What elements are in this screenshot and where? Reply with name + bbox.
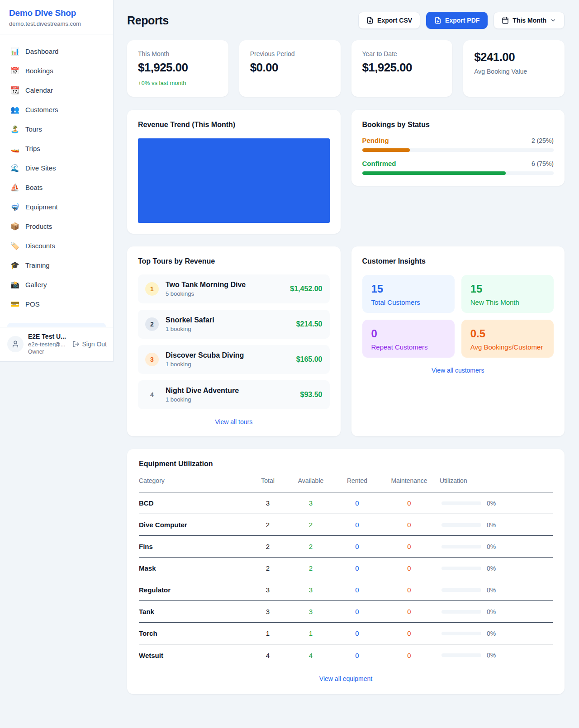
- sidebar-item-trips[interactable]: 🚤 Trips: [5, 139, 108, 158]
- status-row-confirmed: Confirmed 6 (75%): [362, 160, 554, 175]
- sidebar-item-training[interactable]: 🎓 Training: [5, 255, 108, 275]
- rank-badge: 4: [145, 388, 159, 402]
- utilization-percent: 0%: [487, 500, 496, 507]
- equipment-rented: 0: [336, 586, 379, 594]
- equipment-available: 1: [286, 629, 336, 637]
- graduation-cap-icon: 🎓: [10, 261, 19, 269]
- user-info: E2E Test U... e2e-tester@... Owner: [28, 333, 68, 355]
- utilization-percent: 0%: [487, 586, 496, 594]
- file-download-icon: [434, 17, 441, 24]
- sidebar-item-label: Dive Sites: [25, 164, 56, 172]
- user-icon: [11, 340, 19, 348]
- table-row: Tank 3 3 0 0 0%: [139, 601, 553, 623]
- sign-out-button[interactable]: Sign Out: [72, 340, 107, 348]
- equipment-maintenance: 0: [379, 564, 440, 572]
- status-bar-track: [362, 171, 554, 175]
- sidebar-item-gallery[interactable]: 📸 Gallery: [5, 275, 108, 294]
- sidebar-item-pos[interactable]: 💳 POS: [5, 294, 108, 314]
- tour-revenue: $214.50: [296, 320, 323, 328]
- utilization-bar-track: [441, 653, 481, 657]
- stat-value: $0.00: [250, 61, 330, 75]
- view-all-customers-link[interactable]: View all customers: [362, 367, 554, 374]
- equipment-total: 2: [250, 521, 286, 529]
- tour-name: Discover Scuba Diving: [166, 351, 244, 359]
- tour-bookings: 1 booking: [166, 326, 214, 332]
- stat-value: $1,925.00: [362, 61, 442, 75]
- sidebar-item-equipment[interactable]: 🤿 Equipment: [5, 197, 108, 217]
- column-header-rented: Rented: [336, 477, 379, 484]
- equipment-maintenance: 0: [379, 499, 440, 507]
- diving-mask-icon: 🤿: [10, 203, 19, 211]
- equipment-utilization-cell: 0%: [440, 500, 553, 507]
- insight-tiles: 15 Total Customers 15 New This Month 0 R…: [362, 275, 554, 358]
- insight-tile-repeat-customers: 0 Repeat Customers: [362, 320, 455, 358]
- main-content: Reports Export CSV Export PDF This Month: [114, 0, 579, 694]
- tour-name: Snorkel Safari: [166, 316, 214, 324]
- sidebar-item-reports-active-partial[interactable]: [7, 323, 106, 327]
- table-row: Fins 2 2 0 0 0%: [139, 536, 553, 558]
- equipment-table-header: Category Total Available Rented Maintena…: [139, 468, 553, 492]
- table-row: Wetsuit 4 4 0 0 0%: [139, 644, 553, 666]
- sidebar-nav: 📊 Dashboard 📅 Bookings 📆 Calendar 👥 Cust…: [0, 34, 113, 327]
- tour-row: 4 Night Dive Adventure 1 booking $93.50: [138, 380, 330, 409]
- sidebar-item-dive-sites[interactable]: 🌊 Dive Sites: [5, 158, 108, 178]
- revenue-trend-title: Revenue Trend (This Month): [138, 121, 330, 129]
- status-row-pending: Pending 2 (25%): [362, 137, 554, 152]
- tours-island-icon: 🏝️: [10, 125, 19, 133]
- user-role: Owner: [28, 349, 68, 355]
- sidebar-item-label: Products: [25, 222, 52, 230]
- sidebar-item-label: Dashboard: [25, 47, 58, 55]
- table-row: Dive Computer 2 2 0 0 0%: [139, 514, 553, 536]
- sidebar-item-tours[interactable]: 🏝️ Tours: [5, 119, 108, 139]
- utilization-bar-track: [441, 632, 481, 635]
- tour-row: 2 Snorkel Safari 1 booking $214.50: [138, 310, 330, 339]
- status-label: Pending: [362, 137, 389, 144]
- sidebar-item-customers[interactable]: 👥 Customers: [5, 100, 108, 119]
- charts-row: Revenue Trend (This Month) Bookings by S…: [127, 110, 565, 234]
- sidebar-item-label: Tours: [25, 125, 42, 133]
- bookings-by-status-title: Bookings by Status: [362, 121, 554, 129]
- utilization-percent: 0%: [487, 608, 496, 615]
- equipment-category: Wetsuit: [139, 652, 250, 659]
- sidebar-item-label: Customers: [25, 106, 58, 113]
- sidebar-item-label: Training: [25, 261, 50, 269]
- equipment-category: Tank: [139, 608, 250, 615]
- insight-tile-total-customers: 15 Total Customers: [362, 275, 455, 313]
- equipment-utilization-cell: 0%: [440, 586, 553, 594]
- insight-value: 0: [371, 327, 446, 340]
- stat-label: This Month: [138, 50, 218, 57]
- period-selector-dropdown[interactable]: This Month: [494, 12, 565, 29]
- period-selector-label: This Month: [513, 17, 546, 24]
- stat-cards: This Month $1,925.00 +0% vs last month P…: [127, 40, 565, 97]
- stat-label: Avg Booking Value: [474, 68, 554, 75]
- sidebar-item-calendar[interactable]: 📆 Calendar: [5, 80, 108, 100]
- export-pdf-button[interactable]: Export PDF: [426, 12, 488, 29]
- customers-icon: 👥: [10, 105, 19, 114]
- equipment-rented: 0: [336, 608, 379, 615]
- tour-revenue: $165.00: [296, 355, 323, 364]
- sidebar-item-products[interactable]: 📦 Products: [5, 217, 108, 236]
- customer-insights-title: Customer Insights: [362, 257, 554, 265]
- column-header-category: Category: [139, 477, 250, 484]
- trips-speedboat-icon: 🚤: [10, 144, 19, 153]
- sidebar-item-boats[interactable]: ⛵ Boats: [5, 178, 108, 197]
- status-bar-fill: [362, 148, 410, 152]
- column-header-utilization: Utilization: [440, 477, 553, 484]
- tour-bookings: 5 bookings: [166, 290, 246, 297]
- export-csv-button[interactable]: Export CSV: [358, 12, 420, 29]
- equipment-maintenance: 0: [379, 521, 440, 529]
- view-all-tours-link[interactable]: View all tours: [138, 418, 330, 425]
- stat-label: Previous Period: [250, 50, 330, 57]
- sidebar-item-dashboard[interactable]: 📊 Dashboard: [5, 42, 108, 61]
- sidebar-item-bookings[interactable]: 📅 Bookings: [5, 61, 108, 80]
- insight-label: Avg Bookings/Customer: [470, 343, 545, 351]
- file-download-icon: [366, 17, 374, 24]
- equipment-utilization-cell: 0%: [440, 608, 553, 615]
- insight-value: 0.5: [470, 327, 545, 340]
- sidebar-item-discounts[interactable]: 🏷️ Discounts: [5, 236, 108, 255]
- equipment-total: 4: [250, 652, 286, 659]
- view-all-equipment-link[interactable]: View all equipment: [139, 675, 553, 682]
- equipment-category: Torch: [139, 629, 250, 637]
- stat-card-avg-booking-value: $241.00 Avg Booking Value: [463, 40, 565, 97]
- sidebar-item-label: Calendar: [25, 86, 53, 94]
